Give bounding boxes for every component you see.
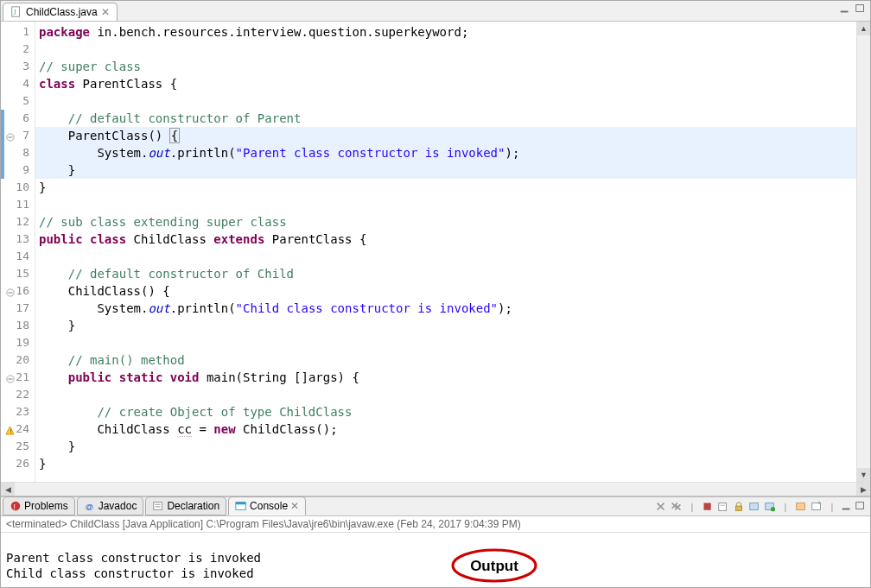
line-number: 12 xyxy=(1,213,35,231)
scroll-down-icon[interactable]: ▼ xyxy=(857,468,870,482)
tab-declaration-label: Declaration xyxy=(167,500,219,512)
code-line[interactable]: // sub class extending super class xyxy=(39,213,856,231)
new-console-icon[interactable]: + xyxy=(810,500,823,514)
clear-console-icon[interactable] xyxy=(716,500,730,514)
fold-icon[interactable] xyxy=(4,371,15,382)
problems-icon: ! xyxy=(10,500,22,512)
fold-icon[interactable] xyxy=(4,285,15,295)
code-line[interactable]: } xyxy=(35,161,856,179)
svg-rect-27 xyxy=(719,503,727,511)
terminate-icon[interactable] xyxy=(701,500,715,514)
tab-declaration[interactable]: Declaration xyxy=(145,496,226,515)
line-number: 20 xyxy=(1,351,35,369)
maximize-icon[interactable] xyxy=(855,3,867,15)
scroll-lock-icon[interactable] xyxy=(732,500,746,514)
svg-rect-33 xyxy=(797,503,805,510)
code-line[interactable]: // super class xyxy=(39,58,856,75)
fold-icon[interactable] xyxy=(4,130,15,140)
code-line[interactable]: ParentClass() { xyxy=(35,127,856,144)
code-line[interactable]: // default constructor of Child xyxy=(39,265,856,282)
javadoc-icon: @ xyxy=(84,500,96,512)
scroll-right-icon[interactable]: ▶ xyxy=(856,483,870,496)
code-line[interactable]: // default constructor of Parent xyxy=(39,110,856,127)
svg-rect-19 xyxy=(236,503,245,505)
code-line[interactable]: ChildClass() { xyxy=(39,282,856,300)
line-number: 26 xyxy=(1,455,35,472)
code-line[interactable]: ChildClass cc = new ChildClass(); xyxy=(39,420,856,438)
scroll-left-icon[interactable]: ◀ xyxy=(1,483,15,496)
line-number: 8 xyxy=(1,144,35,161)
minimize-icon[interactable] xyxy=(839,3,851,15)
console-tab-close-icon[interactable]: ✕ xyxy=(290,500,299,512)
line-number: 3 xyxy=(1,58,35,75)
code-line[interactable] xyxy=(39,386,856,403)
warning-icon[interactable]: ! xyxy=(4,423,15,433)
line-number: 2 xyxy=(1,41,35,58)
line-number: 22 xyxy=(1,386,35,403)
code-editor: 123456789101112131415161718192021222324!… xyxy=(1,22,870,482)
pin-console-icon[interactable] xyxy=(747,500,761,514)
code-area[interactable]: package in.bench.resources.interview.que… xyxy=(35,22,856,482)
svg-rect-36 xyxy=(842,509,850,510)
scroll-up-icon[interactable]: ▲ xyxy=(857,22,870,35)
console-icon xyxy=(235,500,247,512)
line-gutter: 123456789101112131415161718192021222324!… xyxy=(1,22,35,482)
svg-point-12 xyxy=(11,502,21,511)
bottom-tab-bar: ! Problems @ Javadoc Declaration Console… xyxy=(1,496,870,516)
svg-rect-2 xyxy=(841,11,849,13)
output-badge-text: Output xyxy=(470,558,518,574)
line-number: 10 xyxy=(1,179,35,196)
svg-rect-15 xyxy=(154,503,162,510)
line-number: 23 xyxy=(1,403,35,420)
console-toolbar: | | + | xyxy=(654,500,867,514)
code-line[interactable]: class ParentClass { xyxy=(39,75,856,92)
svg-rect-3 xyxy=(856,5,864,12)
code-line[interactable]: package in.bench.resources.interview.que… xyxy=(39,23,856,41)
line-number: 16 xyxy=(1,282,35,300)
code-line[interactable]: } xyxy=(39,317,856,334)
remove-launch-icon[interactable] xyxy=(654,500,668,514)
code-line[interactable]: } xyxy=(39,455,856,472)
svg-text:J: J xyxy=(14,9,16,16)
code-line[interactable] xyxy=(39,334,856,351)
svg-text:!: ! xyxy=(13,503,15,511)
svg-text:!: ! xyxy=(10,427,13,435)
tab-close-icon[interactable]: ✕ xyxy=(101,6,110,18)
tab-console-label: Console xyxy=(250,500,288,512)
svg-rect-29 xyxy=(736,506,742,510)
tab-console[interactable]: Console ✕ xyxy=(228,496,306,515)
code-line[interactable] xyxy=(39,196,856,213)
vertical-scrollbar[interactable]: ▲ ▼ xyxy=(856,22,870,482)
declaration-icon xyxy=(152,500,164,512)
view-maximize-icon[interactable] xyxy=(855,500,867,512)
line-number: 15 xyxy=(1,265,35,282)
code-line[interactable] xyxy=(39,92,856,110)
code-line[interactable] xyxy=(39,248,856,265)
line-number: 13 xyxy=(1,231,35,248)
editor-tab-childclass[interactable]: J ChildClass.java ✕ xyxy=(3,3,118,21)
code-line[interactable]: } xyxy=(39,438,856,455)
svg-rect-26 xyxy=(704,503,711,510)
code-line[interactable]: System.out.println("Parent class constru… xyxy=(35,144,856,161)
line-number: 7 xyxy=(1,127,35,144)
console-output[interactable]: Parent class constructor is invoked Chil… xyxy=(1,533,870,588)
code-line[interactable]: // main() method xyxy=(39,351,856,369)
code-line[interactable] xyxy=(39,41,856,58)
display-selected-icon[interactable] xyxy=(763,500,777,514)
code-line[interactable]: } xyxy=(39,179,856,196)
tab-javadoc[interactable]: @ Javadoc xyxy=(77,496,144,515)
remove-all-icon[interactable] xyxy=(670,500,683,514)
editor-tab-bar: J ChildClass.java ✕ xyxy=(1,1,870,22)
horizontal-scrollbar[interactable]: ◀ ▶ xyxy=(1,482,870,496)
code-line[interactable]: // create Object of type ChildClass xyxy=(39,403,856,420)
code-line[interactable]: public class ChildClass extends ParentCl… xyxy=(39,231,856,248)
view-minimize-icon[interactable] xyxy=(841,500,853,512)
toolbar-sep3: | xyxy=(825,500,839,514)
console-line-1: Parent class constructor is invoked xyxy=(6,551,261,565)
open-console-icon[interactable] xyxy=(794,500,808,514)
code-line[interactable]: System.out.println("Child class construc… xyxy=(39,300,856,317)
line-number: 1 xyxy=(1,23,35,41)
line-number: 14 xyxy=(1,248,35,265)
code-line[interactable]: public static void main(String []args) { xyxy=(39,369,856,386)
tab-problems[interactable]: ! Problems xyxy=(3,496,75,515)
